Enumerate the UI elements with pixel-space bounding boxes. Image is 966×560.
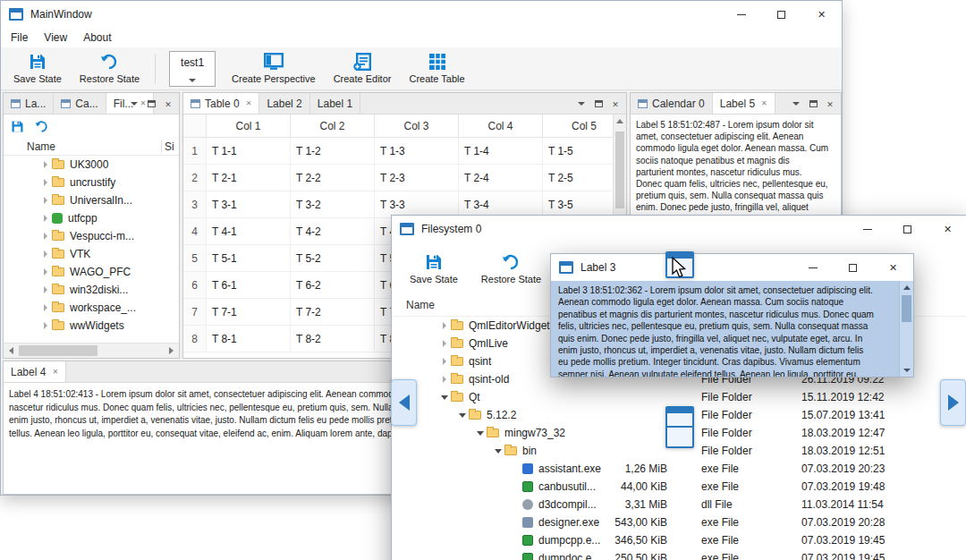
restore-state-button[interactable]: Restore State: [474, 250, 548, 287]
tab-close-icon[interactable]: [759, 99, 767, 107]
tab-list-dropdown-button[interactable]: [789, 96, 803, 111]
tree-row[interactable]: Vespucci-m...: [4, 227, 179, 245]
expand-chevron-icon[interactable]: [39, 286, 52, 293]
horizontal-scrollbar[interactable]: [4, 343, 179, 358]
maximize-button[interactable]: [833, 254, 873, 281]
column-header[interactable]: Col 1: [207, 115, 291, 137]
filesystem-titlebar[interactable]: Filesystem 0 ✕: [392, 216, 966, 242]
dock-indicator-left[interactable]: [391, 379, 417, 426]
expand-chevron-icon[interactable]: [456, 413, 469, 418]
undock-button[interactable]: [144, 96, 158, 111]
tree-row[interactable]: Qt File Folder 15.11.2019 12:42: [392, 388, 966, 406]
restore-state-button[interactable]: [35, 120, 48, 133]
tree-row[interactable]: designer.exe 543,00 KiB exe File 07.03.2…: [392, 513, 966, 531]
expand-chevron-icon[interactable]: [438, 395, 451, 400]
close-dock-area-button[interactable]: [161, 96, 175, 111]
expand-chevron-icon[interactable]: [39, 268, 52, 276]
tab-list-dropdown-button[interactable]: [127, 96, 141, 111]
close-button[interactable]: ✕: [801, 1, 842, 28]
expand-chevron-icon[interactable]: [438, 322, 451, 329]
column-header[interactable]: Col 2: [291, 115, 375, 137]
tree-row[interactable]: win32diski...: [4, 281, 179, 299]
tree-row[interactable]: workspace_...: [4, 299, 179, 317]
menu-item[interactable]: File: [3, 28, 36, 47]
scroll-down-button[interactable]: [900, 363, 913, 377]
tab-list-dropdown-button[interactable]: [574, 96, 589, 111]
tree-row[interactable]: VTK: [4, 245, 179, 263]
dock-tab[interactable]: Calendar 0: [631, 93, 713, 114]
create-editor-button[interactable]: Create Editor: [326, 50, 399, 87]
close-dock-area-button[interactable]: [608, 96, 623, 111]
expand-chevron-icon[interactable]: [39, 197, 52, 204]
tree-row[interactable]: wwWidgets: [4, 317, 179, 335]
column-header[interactable]: Col 3: [375, 115, 459, 137]
row-header[interactable]: 1: [183, 138, 207, 164]
undock-button[interactable]: [806, 96, 820, 111]
table-cell[interactable]: T 1-2: [291, 138, 375, 164]
expand-chevron-icon[interactable]: [438, 376, 451, 383]
dock-tab[interactable]: Label 4: [4, 361, 66, 382]
table-cell[interactable]: T 5-1: [207, 245, 291, 271]
row-header[interactable]: 4: [183, 218, 207, 244]
table-cell[interactable]: T 2-4: [459, 165, 543, 191]
column-header[interactable]: Col 4: [459, 115, 543, 137]
table-cell[interactable]: T 3-1: [207, 191, 291, 217]
column-header-name[interactable]: Name: [406, 299, 435, 311]
dock-tab[interactable]: Ca...: [54, 93, 106, 114]
expand-chevron-icon[interactable]: [39, 233, 52, 240]
main-titlebar[interactable]: MainWindow ✕: [1, 1, 842, 28]
table-cell[interactable]: T 8-2: [291, 326, 375, 352]
dock-tab[interactable]: Label 1: [310, 93, 360, 114]
expand-chevron-icon[interactable]: [492, 449, 504, 454]
tree-row[interactable]: UniversalIn...: [4, 191, 179, 209]
dock-tab[interactable]: Label 2: [259, 93, 309, 114]
scrollbar-thumb[interactable]: [19, 345, 97, 356]
create-table-button[interactable]: Create Table: [402, 50, 471, 87]
expand-chevron-icon[interactable]: [438, 340, 451, 347]
vertical-scrollbar[interactable]: [899, 281, 913, 377]
expand-chevron-icon[interactable]: [39, 161, 52, 168]
table-cell[interactable]: T 6-1: [207, 272, 291, 298]
row-header[interactable]: 5: [183, 245, 207, 271]
column-header-name[interactable]: Name: [27, 140, 55, 153]
table-cell[interactable]: T 7-1: [207, 299, 291, 325]
dock-tab[interactable]: Table 0: [183, 93, 259, 114]
scroll-left-button[interactable]: [4, 344, 19, 358]
expand-chevron-icon[interactable]: [39, 215, 52, 222]
row-header[interactable]: 7: [183, 299, 207, 325]
menu-item[interactable]: View: [36, 28, 75, 47]
restore-state-button[interactable]: Restore State: [72, 50, 147, 87]
tab-close-icon[interactable]: [244, 99, 252, 107]
save-state-button[interactable]: Save State: [402, 250, 465, 287]
table-cell[interactable]: T 3-4: [459, 191, 543, 217]
dock-indicator-right[interactable]: [940, 379, 966, 426]
tree-row[interactable]: WAGO_PFC: [4, 263, 179, 281]
tree-row[interactable]: d3dcompil... 3,31 MiB dll File 11.03.201…: [392, 496, 966, 513]
expand-chevron-icon[interactable]: [39, 322, 52, 329]
create-perspective-button[interactable]: Create Perspective: [225, 50, 323, 87]
tree-row[interactable]: dumpcpp.e... 346,50 KiB exe File 07.03.2…: [392, 531, 966, 549]
scroll-up-button[interactable]: [900, 281, 913, 294]
maximize-button[interactable]: [887, 216, 928, 242]
minimize-button[interactable]: [847, 216, 887, 242]
dock-indicator-center[interactable]: [665, 406, 694, 448]
scroll-up-button[interactable]: [614, 115, 626, 128]
table-cell[interactable]: T 4-1: [207, 218, 291, 244]
tree-row[interactable]: uncrustify: [4, 174, 179, 191]
table-cell[interactable]: T 3-3: [375, 191, 459, 217]
tree-row[interactable]: UK3000: [4, 156, 179, 174]
close-button[interactable]: ✕: [873, 254, 913, 281]
table-cell[interactable]: T 1-3: [375, 138, 459, 164]
minimize-button[interactable]: [792, 254, 833, 281]
row-header[interactable]: 2: [183, 165, 207, 191]
expand-chevron-icon[interactable]: [39, 304, 52, 311]
label3-titlebar[interactable]: Label 3 ✕: [551, 254, 913, 281]
row-header[interactable]: 6: [183, 272, 207, 298]
undock-button[interactable]: [591, 96, 606, 111]
tree-row[interactable]: canbusutil... 44,00 KiB exe File 07.03.2…: [392, 478, 966, 496]
expand-chevron-icon[interactable]: [438, 358, 451, 365]
tree-row[interactable]: assistant.exe 1,26 MiB exe File 07.03.20…: [392, 460, 966, 478]
minimize-button[interactable]: [721, 1, 761, 28]
tab-close-icon[interactable]: [50, 368, 58, 376]
close-dock-area-button[interactable]: [823, 96, 837, 111]
